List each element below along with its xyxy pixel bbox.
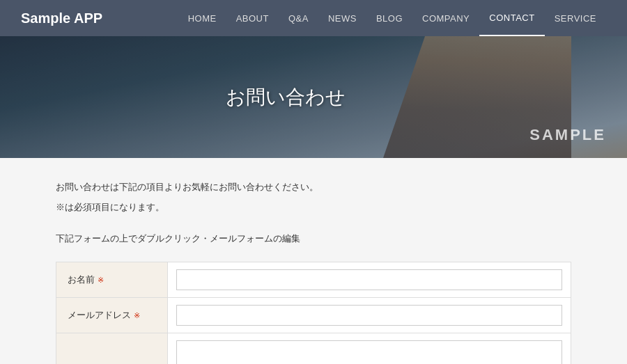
description-line1: お問い合わせは下記の項目よりお気軽にお問い合わせください。 — [56, 179, 571, 195]
site-header: Sample APP HOME ABOUT Q&A NEWS BLOG COMP… — [0, 0, 627, 36]
nav-about[interactable]: ABOUT — [226, 0, 279, 36]
hero-title: お問い合わせ — [226, 84, 346, 111]
required-mark-email: ※ — [134, 311, 140, 319]
name-input-cell — [168, 262, 571, 297]
main-content: お問い合わせは下記の項目よりお気軽にお問い合わせください。 ※は必須項目になりま… — [0, 158, 627, 364]
nav-company[interactable]: COMPANY — [412, 0, 479, 36]
name-label: お名前※ — [56, 262, 168, 297]
required-mark-name: ※ — [98, 276, 104, 284]
message-textarea[interactable] — [176, 340, 562, 364]
hero-banner: お問い合わせ SAMPLE — [0, 36, 627, 158]
message-input-cell — [168, 333, 571, 364]
nav-contact[interactable]: CONTACT — [479, 0, 544, 36]
form-row-email: メールアドレス※ — [56, 297, 571, 333]
nav-qa[interactable]: Q&A — [279, 0, 318, 36]
nav-home[interactable]: HOME — [178, 0, 226, 36]
description-line2: ※は必須項目になります。 — [56, 199, 571, 215]
email-input-cell — [168, 297, 571, 333]
name-input[interactable] — [176, 269, 562, 290]
nav-news[interactable]: NEWS — [318, 0, 366, 36]
form-row-message: お問合せ内容※ — [56, 333, 571, 364]
form-instruction: 下記フォームの上でダブルクリック・メールフォームの編集 — [56, 232, 571, 245]
nav-service[interactable]: SERVICE — [545, 0, 606, 36]
hero-watermark: SAMPLE — [529, 126, 606, 144]
email-input[interactable] — [176, 305, 562, 326]
site-logo: Sample APP — [21, 10, 102, 26]
nav-blog[interactable]: BLOG — [366, 0, 412, 36]
contact-form-table: お名前※ メールアドレス※ お問合せ内容※ — [56, 262, 571, 364]
form-row-name: お名前※ — [56, 262, 571, 297]
message-label: お問合せ内容※ — [56, 333, 168, 364]
email-label: メールアドレス※ — [56, 297, 168, 333]
main-nav: HOME ABOUT Q&A NEWS BLOG COMPANY CONTACT… — [178, 0, 606, 36]
